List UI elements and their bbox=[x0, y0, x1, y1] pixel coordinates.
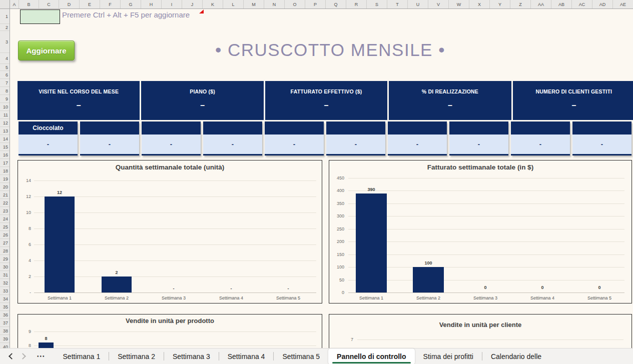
row-header-26[interactable]: 26 bbox=[0, 231, 10, 239]
tabs-scroll-left-button[interactable] bbox=[0, 348, 15, 364]
sheet-tab-settimana-3[interactable]: Settimana 3 bbox=[164, 348, 219, 364]
row-header-19[interactable]: 19 bbox=[0, 175, 10, 183]
row-header-36[interactable]: 36 bbox=[0, 311, 10, 319]
column-header-AA[interactable]: AA bbox=[531, 0, 551, 8]
row-header-38[interactable]: 38 bbox=[0, 327, 10, 335]
row-header-40[interactable]: 40 bbox=[0, 343, 10, 348]
row-header-23[interactable]: 23 bbox=[0, 207, 10, 215]
gridline bbox=[34, 196, 316, 197]
column-header-P[interactable]: P bbox=[305, 0, 326, 8]
column-header-D[interactable]: D bbox=[59, 0, 80, 8]
row-header-1[interactable]: 1 bbox=[0, 9, 10, 24]
row-header-31[interactable]: 31 bbox=[0, 271, 10, 279]
row-header-28[interactable]: 28 bbox=[0, 247, 10, 255]
refresh-status-cell[interactable] bbox=[20, 10, 60, 24]
column-header-K[interactable]: K bbox=[203, 0, 223, 8]
column-header-L[interactable]: L bbox=[223, 0, 244, 8]
column-header-J[interactable]: J bbox=[182, 0, 203, 8]
row-header-24[interactable]: 24 bbox=[0, 215, 10, 223]
sheet-tab-stima-dei-profitti[interactable]: Stima dei profitti bbox=[415, 348, 482, 364]
gridline bbox=[348, 204, 624, 204]
column-header-T[interactable]: T bbox=[387, 0, 408, 8]
column-header-A[interactable]: A bbox=[10, 0, 19, 8]
column-header-U[interactable]: U bbox=[408, 0, 428, 8]
sheet-tab-settimana-2[interactable]: Settimana 2 bbox=[109, 348, 164, 364]
column-header-AE[interactable]: AE bbox=[613, 0, 633, 8]
row-header-32[interactable]: 32 bbox=[0, 279, 10, 287]
column-header-AB[interactable]: AB bbox=[551, 0, 572, 8]
column-header-O[interactable]: O bbox=[285, 0, 305, 8]
row-header-30[interactable]: 30 bbox=[0, 263, 10, 271]
row-header-5[interactable]: 5 bbox=[0, 64, 10, 71]
row-header-20[interactable]: 20 bbox=[0, 183, 10, 191]
row-header-17[interactable]: 17 bbox=[0, 159, 10, 167]
row-header-29[interactable]: 29 bbox=[0, 255, 10, 263]
row-header-25[interactable]: 25 bbox=[0, 223, 10, 231]
row-header-21[interactable]: 21 bbox=[0, 191, 10, 199]
sheet-tab-pannello-di-controllo[interactable]: Pannello di controllo bbox=[328, 348, 414, 364]
column-header-F[interactable]: F bbox=[100, 0, 121, 8]
sheet-tab-calendario-delle[interactable]: Calendario delle bbox=[482, 348, 550, 364]
row-header-14[interactable]: 14 bbox=[0, 135, 10, 143]
column-header-Z[interactable]: Z bbox=[510, 0, 531, 8]
row-header-16[interactable]: 16 bbox=[0, 151, 10, 159]
row-header-39[interactable]: 39 bbox=[0, 335, 10, 343]
column-header-W[interactable]: W bbox=[449, 0, 469, 8]
row-header-18[interactable]: 18 bbox=[0, 167, 10, 175]
x-axis-label: Settimana 2 bbox=[92, 296, 142, 300]
sheet-tab-settimana-4[interactable]: Settimana 4 bbox=[219, 348, 274, 364]
chart-title: Quantità settimanale totale (unità) bbox=[18, 164, 322, 171]
kpi-cell: % DI REALIZZAZIONE– bbox=[389, 81, 511, 120]
chart-panel-quantita-settimanale: Quantità settimanale totale (unità)14121… bbox=[18, 160, 322, 304]
row-header-22[interactable]: 22 bbox=[0, 199, 10, 207]
column-header-N[interactable]: N bbox=[264, 0, 285, 8]
page-title: • CRUSCOTTO MENSILE • bbox=[190, 40, 470, 60]
row-header-15[interactable]: 15 bbox=[0, 143, 10, 151]
row-header-37[interactable]: 37 bbox=[0, 319, 10, 327]
row-header-4[interactable]: 4 bbox=[0, 53, 10, 64]
product-card-title bbox=[80, 122, 139, 134]
product-card-title bbox=[142, 122, 201, 134]
column-header-S[interactable]: S bbox=[367, 0, 387, 8]
row-header-11[interactable]: 11 bbox=[0, 111, 10, 119]
row-header-3[interactable]: 3 bbox=[0, 31, 10, 53]
tabs-scroll-right-button[interactable] bbox=[15, 348, 30, 364]
row-header-33[interactable]: 33 bbox=[0, 287, 10, 295]
row-header-35[interactable]: 35 bbox=[0, 303, 10, 311]
select-all-corner[interactable] bbox=[0, 0, 10, 9]
row-header-13[interactable]: 13 bbox=[0, 127, 10, 135]
column-header-Y[interactable]: Y bbox=[490, 0, 510, 8]
column-header-I[interactable]: I bbox=[162, 0, 182, 8]
row-header-27[interactable]: 27 bbox=[0, 239, 10, 247]
column-header-AC[interactable]: AC bbox=[572, 0, 592, 8]
product-card-value: - bbox=[572, 134, 631, 156]
ellipsis-icon[interactable]: ••• bbox=[37, 354, 46, 359]
row-header-9[interactable]: 9 bbox=[0, 95, 10, 103]
kpi-label: FATTURATO EFFETTIVO ($) bbox=[265, 88, 387, 94]
sheet-tab-settimana-5[interactable]: Settimana 5 bbox=[274, 348, 328, 364]
column-header-R[interactable]: R bbox=[346, 0, 367, 8]
gridline bbox=[348, 292, 624, 293]
refresh-button[interactable]: Aggiornare bbox=[18, 40, 75, 60]
row-header-12[interactable]: 12 bbox=[0, 119, 10, 127]
column-header-AD[interactable]: AD bbox=[592, 0, 613, 8]
row-header-34[interactable]: 34 bbox=[0, 295, 10, 303]
row-header-7[interactable]: 7 bbox=[0, 79, 10, 87]
column-header-M[interactable]: M bbox=[244, 0, 264, 8]
column-header-G[interactable]: G bbox=[121, 0, 141, 8]
row-header-8[interactable]: 8 bbox=[0, 87, 10, 95]
column-header-H[interactable]: H bbox=[141, 0, 162, 8]
column-header-C[interactable]: C bbox=[39, 0, 59, 8]
column-header-Q[interactable]: Q bbox=[326, 0, 346, 8]
row-header-10[interactable]: 10 bbox=[0, 103, 10, 111]
column-header-B[interactable]: B bbox=[19, 0, 39, 8]
product-card-title bbox=[572, 122, 631, 134]
row-header-6[interactable]: 6 bbox=[0, 71, 10, 79]
column-header-X[interactable]: X bbox=[469, 0, 490, 8]
column-header-V[interactable]: V bbox=[428, 0, 449, 8]
sheet-tab-settimana-1[interactable]: Settimana 1 bbox=[55, 348, 109, 364]
row-header-2[interactable]: 2 bbox=[0, 24, 10, 31]
product-cards-row: Cioccolato---------- bbox=[19, 122, 631, 156]
column-header-E[interactable]: E bbox=[80, 0, 100, 8]
product-card: - bbox=[142, 122, 201, 156]
